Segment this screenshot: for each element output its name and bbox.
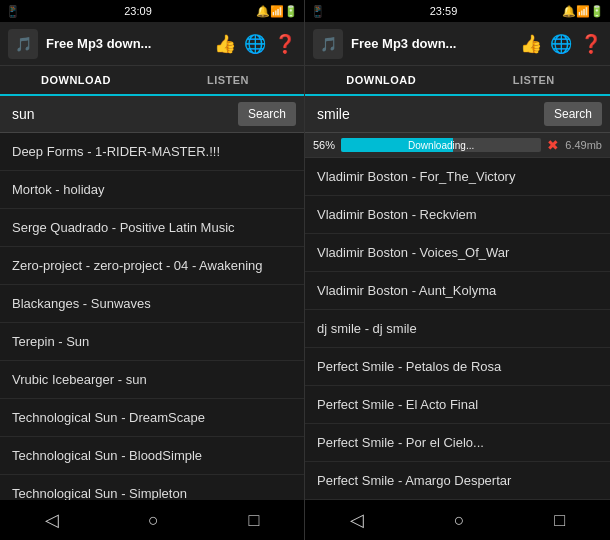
tab-download-right[interactable]: DOWNLOAD xyxy=(305,66,458,96)
back-button-right[interactable]: ◁ xyxy=(342,501,372,539)
nav-bar-left: ◁ ○ □ xyxy=(0,500,304,540)
app-header-left: 🎵 Free Mp3 down... 👍 🌐 ❓ xyxy=(0,22,304,66)
download-progress-bar: 56% Downloading... ✖ 6.49mb xyxy=(305,133,610,158)
search-input-left[interactable] xyxy=(8,104,232,124)
tab-listen-right[interactable]: LISTEN xyxy=(458,66,611,94)
file-size-label: 6.49mb xyxy=(565,139,602,151)
status-right-icons: 🔔📶🔋 xyxy=(256,5,298,18)
song-list-right: Vladimir Boston - For_The_VictoryVladimi… xyxy=(305,158,610,500)
globe-icon-left[interactable]: 🌐 xyxy=(244,33,266,55)
status-time-left: 23:09 xyxy=(124,5,152,17)
list-item[interactable]: Technological Sun - BloodSimple xyxy=(0,437,304,475)
status-left-icons-right: 📱 xyxy=(311,5,325,18)
search-bar-right: Search xyxy=(305,96,610,133)
tab-download-left[interactable]: DOWNLOAD xyxy=(0,66,152,96)
list-item[interactable]: Blackanges - Sunwaves xyxy=(0,285,304,323)
recent-button-left[interactable]: □ xyxy=(240,502,267,539)
app-header-right: 🎵 Free Mp3 down... 👍 🌐 ❓ xyxy=(305,22,610,66)
list-item[interactable]: Zero-project - zero-project - 04 - Awake… xyxy=(0,247,304,285)
signal-icon-right: 📱 xyxy=(311,5,325,18)
list-item[interactable]: dj smile - dj smile xyxy=(305,310,610,348)
list-item[interactable]: Vladimir Boston - Aunt_Kolyma xyxy=(305,272,610,310)
back-button-left[interactable]: ◁ xyxy=(37,501,67,539)
list-item[interactable]: Technological Sun - DreamScape xyxy=(0,399,304,437)
cancel-download-icon[interactable]: ✖ xyxy=(547,137,559,153)
tabs-right: DOWNLOAD LISTEN xyxy=(305,66,610,96)
app-title-left: Free Mp3 down... xyxy=(46,36,206,51)
screen-right: 📱 23:59 🔔📶🔋 🎵 Free Mp3 down... 👍 🌐 ❓ DOW… xyxy=(305,0,610,540)
search-button-left[interactable]: Search xyxy=(238,102,296,126)
list-item[interactable]: Vladimir Boston - Voices_Of_War xyxy=(305,234,610,272)
app-title-right: Free Mp3 down... xyxy=(351,36,512,51)
screen-left: 📱 23:09 🔔📶🔋 🎵 Free Mp3 down... 👍 🌐 ❓ DOW… xyxy=(0,0,305,540)
search-button-right[interactable]: Search xyxy=(544,102,602,126)
list-item[interactable]: Perfect Smile - El Acto Final xyxy=(305,386,610,424)
tab-listen-left[interactable]: LISTEN xyxy=(152,66,304,94)
list-item[interactable]: Technological Sun - Simpleton xyxy=(0,475,304,500)
status-time-right: 23:59 xyxy=(430,5,458,17)
list-item[interactable]: Serge Quadrado - Positive Latin Music xyxy=(0,209,304,247)
help-icon-left[interactable]: ❓ xyxy=(274,33,296,55)
recent-button-right[interactable]: □ xyxy=(546,502,573,539)
app-icon-left: 🎵 xyxy=(8,29,38,59)
status-bar-right: 📱 23:59 🔔📶🔋 xyxy=(305,0,610,22)
home-button-left[interactable]: ○ xyxy=(140,502,167,539)
thumbs-up-icon-right[interactable]: 👍 xyxy=(520,33,542,55)
list-item[interactable]: Vladimir Boston - Reckviem xyxy=(305,196,610,234)
home-button-right[interactable]: ○ xyxy=(446,502,473,539)
signal-icon: 📱 xyxy=(6,5,20,18)
battery-icon: 🔔📶🔋 xyxy=(256,5,298,18)
list-item[interactable]: Terepin - Sun xyxy=(0,323,304,361)
list-item[interactable]: Mortok - holiday xyxy=(0,171,304,209)
globe-icon-right[interactable]: 🌐 xyxy=(550,33,572,55)
help-icon-right[interactable]: ❓ xyxy=(580,33,602,55)
status-left-icons: 📱 xyxy=(6,5,20,18)
search-bar-left: Search xyxy=(0,96,304,133)
list-item[interactable]: Perfect Smile - Amargo Despertar xyxy=(305,462,610,500)
progress-downloading-label: Downloading... xyxy=(408,140,474,151)
list-item[interactable]: Vrubic Icebearger - sun xyxy=(0,361,304,399)
app-icon-right: 🎵 xyxy=(313,29,343,59)
progress-percent: 56% xyxy=(313,139,335,151)
list-item[interactable]: Deep Forms - 1-RIDER-MASTER.!!! xyxy=(0,133,304,171)
tabs-left: DOWNLOAD LISTEN xyxy=(0,66,304,96)
song-list-left: Deep Forms - 1-RIDER-MASTER.!!!Mortok - … xyxy=(0,133,304,500)
nav-bar-right: ◁ ○ □ xyxy=(305,500,610,540)
status-right-icons-right: 🔔📶🔋 xyxy=(562,5,604,18)
list-item[interactable]: Perfect Smile - Petalos de Rosa xyxy=(305,348,610,386)
search-input-right[interactable] xyxy=(313,104,538,124)
list-item[interactable]: Perfect Smile - Por el Cielo... xyxy=(305,424,610,462)
battery-icon-right: 🔔📶🔋 xyxy=(562,5,604,18)
progress-bar-wrap: Downloading... xyxy=(341,138,541,152)
status-bar-left: 📱 23:09 🔔📶🔋 xyxy=(0,0,304,22)
thumbs-up-icon-left[interactable]: 👍 xyxy=(214,33,236,55)
list-item[interactable]: Vladimir Boston - For_The_Victory xyxy=(305,158,610,196)
